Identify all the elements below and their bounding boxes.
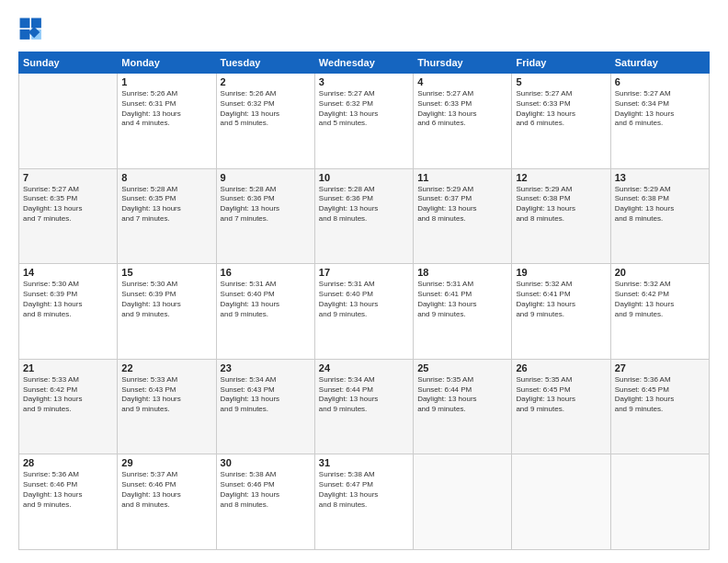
calendar-cell: 20Sunrise: 5:32 AM Sunset: 6:42 PM Dayli…: [610, 264, 709, 360]
day-info: Sunrise: 5:27 AM Sunset: 6:33 PM Dayligh…: [417, 89, 507, 129]
day-number: 5: [516, 76, 606, 87]
logo: [18, 17, 48, 42]
calendar-cell: 1Sunrise: 5:26 AM Sunset: 6:31 PM Daylig…: [118, 74, 216, 169]
day-number: 30: [221, 457, 311, 468]
day-info: Sunrise: 5:32 AM Sunset: 6:42 PM Dayligh…: [615, 280, 705, 319]
calendar-cell: 5Sunrise: 5:27 AM Sunset: 6:33 PM Daylig…: [512, 74, 610, 169]
day-number: 14: [23, 267, 113, 278]
logo-icon: [18, 17, 44, 42]
day-info: Sunrise: 5:27 AM Sunset: 6:33 PM Dayligh…: [516, 89, 606, 129]
day-info: Sunrise: 5:38 AM Sunset: 6:46 PM Dayligh…: [221, 470, 311, 510]
day-number: 12: [516, 172, 606, 183]
day-info: Sunrise: 5:28 AM Sunset: 6:35 PM Dayligh…: [121, 185, 211, 224]
col-header-monday: Monday: [118, 52, 216, 74]
calendar-week-4: 21Sunrise: 5:33 AM Sunset: 6:42 PM Dayli…: [19, 359, 710, 454]
day-number: 27: [615, 362, 705, 373]
calendar-cell: 12Sunrise: 5:29 AM Sunset: 6:38 PM Dayli…: [512, 168, 610, 264]
calendar-week-2: 7Sunrise: 5:27 AM Sunset: 6:35 PM Daylig…: [19, 168, 710, 264]
col-header-tuesday: Tuesday: [216, 52, 314, 74]
col-header-saturday: Saturday: [610, 52, 709, 74]
calendar-cell: [19, 74, 118, 169]
calendar-cell: 18Sunrise: 5:31 AM Sunset: 6:41 PM Dayli…: [414, 264, 512, 360]
calendar-cell: 11Sunrise: 5:29 AM Sunset: 6:37 PM Dayli…: [414, 168, 512, 264]
day-info: Sunrise: 5:29 AM Sunset: 6:38 PM Dayligh…: [516, 185, 606, 224]
calendar-cell: 31Sunrise: 5:38 AM Sunset: 6:47 PM Dayli…: [314, 454, 413, 550]
day-info: Sunrise: 5:34 AM Sunset: 6:43 PM Dayligh…: [221, 375, 311, 415]
calendar-table: SundayMondayTuesdayWednesdayThursdayFrid…: [18, 52, 710, 550]
day-info: Sunrise: 5:31 AM Sunset: 6:40 PM Dayligh…: [221, 280, 311, 319]
day-info: Sunrise: 5:35 AM Sunset: 6:44 PM Dayligh…: [417, 375, 507, 415]
calendar-cell: 19Sunrise: 5:32 AM Sunset: 6:41 PM Dayli…: [512, 264, 610, 360]
day-number: 29: [121, 457, 211, 468]
day-info: Sunrise: 5:33 AM Sunset: 6:43 PM Dayligh…: [121, 375, 211, 415]
calendar-cell: 26Sunrise: 5:35 AM Sunset: 6:45 PM Dayli…: [512, 359, 610, 454]
day-number: 8: [121, 172, 211, 183]
col-header-friday: Friday: [512, 52, 610, 74]
day-number: 22: [121, 362, 211, 373]
day-info: Sunrise: 5:30 AM Sunset: 6:39 PM Dayligh…: [121, 280, 211, 319]
calendar-cell: [610, 454, 709, 550]
calendar-cell: 14Sunrise: 5:30 AM Sunset: 6:39 PM Dayli…: [19, 264, 118, 360]
day-number: 9: [221, 172, 311, 183]
day-info: Sunrise: 5:27 AM Sunset: 6:32 PM Dayligh…: [319, 89, 409, 129]
calendar-cell: 8Sunrise: 5:28 AM Sunset: 6:35 PM Daylig…: [118, 168, 216, 264]
calendar-cell: 30Sunrise: 5:38 AM Sunset: 6:46 PM Dayli…: [216, 454, 314, 550]
day-info: Sunrise: 5:29 AM Sunset: 6:38 PM Dayligh…: [615, 185, 705, 224]
calendar-week-5: 28Sunrise: 5:36 AM Sunset: 6:46 PM Dayli…: [19, 454, 710, 550]
day-number: 25: [417, 362, 507, 373]
day-info: Sunrise: 5:35 AM Sunset: 6:45 PM Dayligh…: [516, 375, 606, 415]
col-header-wednesday: Wednesday: [314, 52, 413, 74]
calendar-cell: 17Sunrise: 5:31 AM Sunset: 6:40 PM Dayli…: [314, 264, 413, 360]
calendar-cell: 9Sunrise: 5:28 AM Sunset: 6:36 PM Daylig…: [216, 168, 314, 264]
calendar-week-1: 1Sunrise: 5:26 AM Sunset: 6:31 PM Daylig…: [19, 74, 710, 169]
day-info: Sunrise: 5:31 AM Sunset: 6:41 PM Dayligh…: [417, 280, 507, 319]
calendar-cell: 23Sunrise: 5:34 AM Sunset: 6:43 PM Dayli…: [216, 359, 314, 454]
day-number: 18: [417, 267, 507, 278]
header: [18, 17, 710, 42]
day-info: Sunrise: 5:30 AM Sunset: 6:39 PM Dayligh…: [23, 280, 113, 319]
day-number: 23: [221, 362, 311, 373]
calendar-cell: 25Sunrise: 5:35 AM Sunset: 6:44 PM Dayli…: [414, 359, 512, 454]
calendar-cell: [512, 454, 610, 550]
day-info: Sunrise: 5:26 AM Sunset: 6:31 PM Dayligh…: [121, 89, 211, 129]
day-number: 6: [615, 76, 705, 87]
calendar-cell: 2Sunrise: 5:26 AM Sunset: 6:32 PM Daylig…: [216, 74, 314, 169]
day-info: Sunrise: 5:27 AM Sunset: 6:35 PM Dayligh…: [23, 185, 113, 224]
calendar-cell: [414, 454, 512, 550]
calendar-cell: 10Sunrise: 5:28 AM Sunset: 6:36 PM Dayli…: [314, 168, 413, 264]
day-info: Sunrise: 5:27 AM Sunset: 6:34 PM Dayligh…: [615, 89, 705, 129]
day-number: 10: [319, 172, 409, 183]
calendar-cell: 15Sunrise: 5:30 AM Sunset: 6:39 PM Dayli…: [118, 264, 216, 360]
calendar-cell: 3Sunrise: 5:27 AM Sunset: 6:32 PM Daylig…: [314, 74, 413, 169]
day-number: 4: [417, 76, 507, 87]
calendar-cell: 29Sunrise: 5:37 AM Sunset: 6:46 PM Dayli…: [118, 454, 216, 550]
day-info: Sunrise: 5:29 AM Sunset: 6:37 PM Dayligh…: [417, 185, 507, 224]
calendar-cell: 21Sunrise: 5:33 AM Sunset: 6:42 PM Dayli…: [19, 359, 118, 454]
calendar-cell: 27Sunrise: 5:36 AM Sunset: 6:45 PM Dayli…: [610, 359, 709, 454]
day-info: Sunrise: 5:33 AM Sunset: 6:42 PM Dayligh…: [23, 375, 113, 415]
col-header-sunday: Sunday: [19, 52, 118, 74]
day-number: 31: [319, 457, 409, 468]
day-number: 13: [615, 172, 705, 183]
calendar-cell: 4Sunrise: 5:27 AM Sunset: 6:33 PM Daylig…: [414, 74, 512, 169]
day-number: 11: [417, 172, 507, 183]
day-info: Sunrise: 5:31 AM Sunset: 6:40 PM Dayligh…: [319, 280, 409, 319]
day-number: 15: [121, 267, 211, 278]
col-header-thursday: Thursday: [414, 52, 512, 74]
day-info: Sunrise: 5:36 AM Sunset: 6:45 PM Dayligh…: [615, 375, 705, 415]
day-number: 1: [121, 76, 211, 87]
calendar-week-3: 14Sunrise: 5:30 AM Sunset: 6:39 PM Dayli…: [19, 264, 710, 360]
day-info: Sunrise: 5:37 AM Sunset: 6:46 PM Dayligh…: [121, 470, 211, 510]
day-number: 17: [319, 267, 409, 278]
calendar-cell: 28Sunrise: 5:36 AM Sunset: 6:46 PM Dayli…: [19, 454, 118, 550]
day-info: Sunrise: 5:34 AM Sunset: 6:44 PM Dayligh…: [319, 375, 409, 415]
calendar-cell: 24Sunrise: 5:34 AM Sunset: 6:44 PM Dayli…: [314, 359, 413, 454]
svg-rect-0: [20, 18, 30, 29]
calendar-cell: 13Sunrise: 5:29 AM Sunset: 6:38 PM Dayli…: [610, 168, 709, 264]
day-number: 7: [23, 172, 113, 183]
calendar-cell: 7Sunrise: 5:27 AM Sunset: 6:35 PM Daylig…: [19, 168, 118, 264]
day-info: Sunrise: 5:26 AM Sunset: 6:32 PM Dayligh…: [221, 89, 311, 129]
day-number: 16: [221, 267, 311, 278]
calendar-header-row: SundayMondayTuesdayWednesdayThursdayFrid…: [19, 52, 710, 74]
calendar-cell: 16Sunrise: 5:31 AM Sunset: 6:40 PM Dayli…: [216, 264, 314, 360]
